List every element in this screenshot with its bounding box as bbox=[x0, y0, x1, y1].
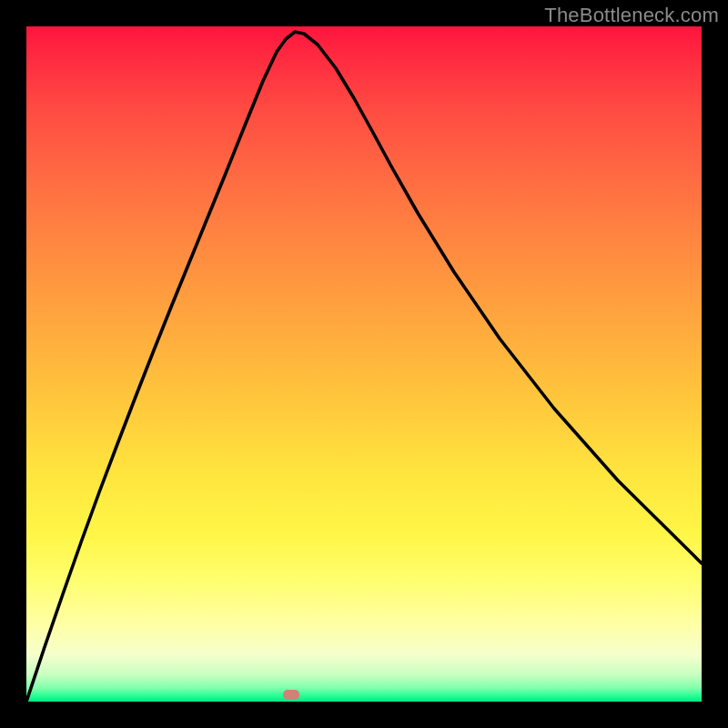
curve-svg bbox=[26, 26, 702, 702]
bottleneck-curve bbox=[26, 32, 702, 702]
optimal-marker bbox=[283, 690, 299, 700]
plot-area bbox=[26, 26, 702, 702]
watermark-text: TheBottleneck.com bbox=[544, 4, 719, 27]
chart-frame: TheBottleneck.com bbox=[0, 0, 728, 728]
